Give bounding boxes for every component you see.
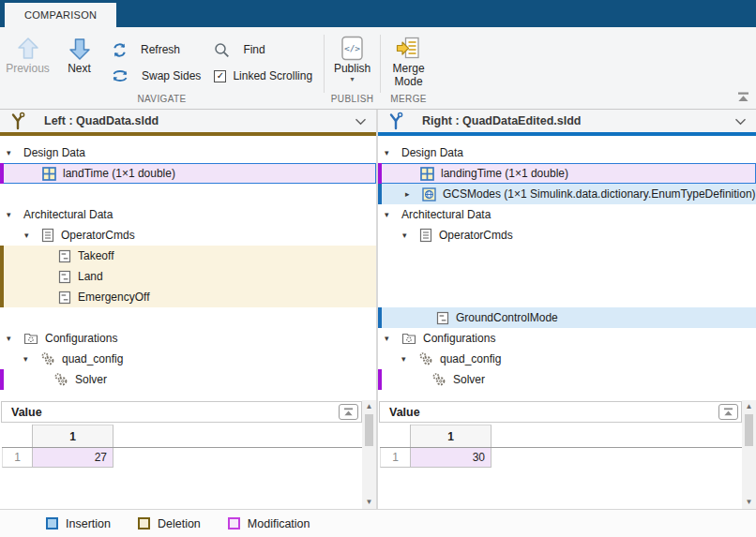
tree-row-solver[interactable]: Solver <box>378 369 756 390</box>
legend-label: Insertion <box>66 517 111 530</box>
caret-down-icon[interactable]: ▾ <box>401 354 415 364</box>
tree-row-label: Takeoff <box>78 249 113 262</box>
publish-button[interactable]: </> Publish ▾ <box>326 32 378 94</box>
tree-row-label: Architectural Data <box>401 208 491 221</box>
svg-text:</>: </> <box>344 43 360 53</box>
caret-down-icon[interactable]: ▾ <box>385 334 398 343</box>
minimize-ribbon-button[interactable] <box>737 89 749 106</box>
tree-row-label: Configurations <box>45 332 117 345</box>
chevron-down-icon[interactable] <box>734 112 747 129</box>
caret-down-icon[interactable]: ▾ <box>402 231 416 240</box>
tree-row-design-data[interactable]: ▾ Design Data <box>0 142 376 163</box>
tree-row-emergencyoff[interactable]: EmergencyOff <box>0 287 376 307</box>
tree-row-quad-config[interactable]: ▾ quad_config <box>378 349 756 369</box>
left-value-scrollbar[interactable]: ▲ ▼ <box>362 400 376 509</box>
tree-row-label: GCSModes (1×1 Simulink.data.dictionary.E… <box>443 187 756 201</box>
tree-row-operatorcmds[interactable]: ▾ OperatorCmds <box>0 225 376 246</box>
caret-down-icon[interactable]: ▾ <box>23 354 37 364</box>
ribbon-separator <box>324 35 325 93</box>
caret-down-icon[interactable]: ▾ <box>385 148 398 157</box>
tree-row-label: Solver <box>75 373 107 386</box>
comparison-window: COMPARISON Previous Next <box>0 0 756 537</box>
deletion-swatch-icon <box>138 517 150 530</box>
right-panel: Right : QuadDataEdited.sldd ▾ Design Dat… <box>378 110 756 509</box>
scroll-up-icon[interactable]: ▲ <box>746 402 753 411</box>
right-value-scrollbar[interactable]: ▲ ▼ <box>742 400 756 509</box>
collapse-value-button[interactable] <box>339 404 358 420</box>
column-header: 1 <box>411 425 491 447</box>
configurations-folder-icon <box>401 332 416 345</box>
caret-down-icon[interactable]: ▾ <box>7 334 20 343</box>
tree-row-architectural-data[interactable]: ▾ Architectural Data <box>0 204 376 225</box>
left-value-table: 1 1 27 <box>0 423 362 509</box>
tree-row-label: Design Data <box>401 146 463 159</box>
tree-row-architectural-data[interactable]: ▾ Architectural Data <box>378 204 756 225</box>
find-button[interactable]: Find <box>214 41 312 58</box>
right-panel-header[interactable]: Right : QuadDataEdited.sldd <box>378 110 756 132</box>
caret-down-icon[interactable]: ▾ <box>385 210 398 219</box>
left-tree: ▾ Design Data landTime (1×1 double) ▾ Ar… <box>0 136 376 400</box>
swap-sides-button[interactable]: Swap Sides <box>112 67 201 84</box>
swap-sides-label: Swap Sides <box>142 69 201 82</box>
legend-item-deletion: Deletion <box>138 517 201 530</box>
find-label: Find <box>243 43 265 56</box>
tree-row-label: landingTime (1×1 double) <box>441 167 568 180</box>
tree-row-operatorcmds[interactable]: ▾ OperatorCmds <box>378 225 756 246</box>
tree-row-label: GroundControlMode <box>456 311 558 324</box>
tree-row-configurations[interactable]: ▾ Configurations <box>378 328 756 349</box>
publish-group-label: PUBLISH <box>326 94 378 109</box>
tree-row-design-data[interactable]: ▾ Design Data <box>378 142 756 163</box>
tree-row-landtime[interactable]: landTime (1×1 double) <box>0 163 376 184</box>
tree-row-label: Architectural Data <box>23 208 113 221</box>
tree-row-label: Configurations <box>423 332 495 345</box>
scroll-up-icon[interactable]: ▲ <box>366 402 373 411</box>
arrow-up-icon <box>17 35 39 62</box>
caret-down-icon[interactable]: ▾ <box>7 148 20 157</box>
tree-row-groundcontrolmode[interactable]: GroundControlMode <box>378 307 756 328</box>
enum-value-icon <box>58 291 71 305</box>
value-cell[interactable]: 27 <box>33 448 113 468</box>
gears-icon <box>431 372 446 387</box>
tree-row-land[interactable]: Land <box>0 266 376 287</box>
tree-row-label: Land <box>78 270 103 283</box>
tab-comparison[interactable]: COMPARISON <box>5 3 116 27</box>
tree-row-label: quad_config <box>62 352 123 365</box>
enum-value-icon <box>436 311 449 325</box>
table-corner-cell <box>2 425 33 447</box>
checkbox-checked-icon[interactable]: ✓ <box>214 70 226 82</box>
deletion-bar <box>0 266 4 287</box>
linked-scrolling-label: Linked Scrolling <box>233 69 312 82</box>
tree-row-label: OperatorCmds <box>61 229 135 242</box>
caret-right-icon[interactable]: ▸ <box>405 189 418 199</box>
tree-row-blank <box>378 246 756 266</box>
refresh-button[interactable]: Refresh <box>112 41 201 58</box>
previous-button[interactable]: Previous <box>2 32 53 94</box>
scroll-down-icon[interactable]: ▼ <box>366 498 373 507</box>
collapse-value-button[interactable] <box>718 404 738 420</box>
scrollbar-thumb[interactable] <box>365 414 373 446</box>
diff-legend: Insertion Deletion Modification <box>0 509 756 537</box>
tree-row-landingtime[interactable]: landingTime (1×1 double) <box>378 163 756 184</box>
caret-down-icon[interactable]: ▾ <box>7 210 20 219</box>
checkmark: ✓ <box>217 71 224 81</box>
next-button[interactable]: Next <box>53 32 105 94</box>
tree-row-gcsmodes[interactable]: ▸ GCSModes (1×1 Simulink.data.dictionary… <box>378 184 756 204</box>
gears-icon <box>418 351 433 366</box>
collapse-ribbon-icon <box>737 92 749 102</box>
value-cell[interactable]: 30 <box>411 448 491 468</box>
enum-type-icon <box>422 187 436 201</box>
tree-row-solver[interactable]: Solver <box>0 369 376 390</box>
ribbon-group-publish: </> Publish ▾ PUBLISH <box>326 27 378 109</box>
linked-scrolling-checkbox[interactable]: ✓ Linked Scrolling <box>214 67 312 84</box>
tree-row-blank <box>0 184 376 204</box>
left-panel-header[interactable]: Left : QuadData.sldd <box>0 110 376 132</box>
scroll-down-icon[interactable]: ▼ <box>746 498 753 507</box>
chevron-down-icon[interactable] <box>355 112 367 129</box>
tree-row-configurations[interactable]: ▾ Configurations <box>0 328 376 349</box>
tree-row-quad-config[interactable]: ▾ quad_config <box>0 349 376 369</box>
caret-down-icon[interactable]: ▾ <box>24 231 38 240</box>
merge-mode-button[interactable]: Merge Mode <box>383 32 434 94</box>
scrollbar-thumb[interactable] <box>745 414 753 446</box>
tree-row-takeoff[interactable]: Takeoff <box>0 246 376 266</box>
merge-mode-label-1: Merge <box>393 63 425 75</box>
